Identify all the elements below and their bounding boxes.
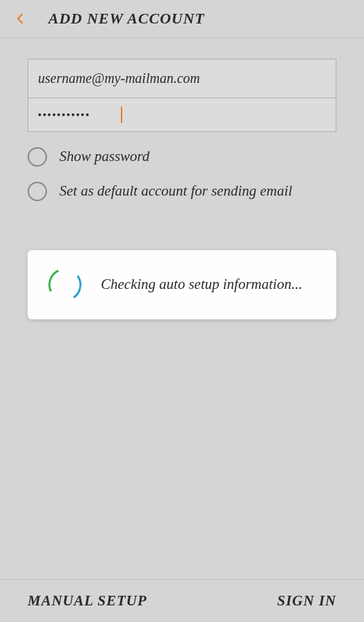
page-title: ADD NEW ACCOUNT bbox=[48, 10, 204, 28]
radio-icon bbox=[28, 182, 47, 201]
back-icon[interactable] bbox=[14, 12, 28, 26]
radio-icon bbox=[28, 147, 47, 167]
credentials-input-group bbox=[28, 59, 336, 132]
show-password-toggle[interactable]: Show password bbox=[28, 146, 336, 168]
default-account-toggle[interactable]: Set as default account for sending email bbox=[28, 180, 336, 202]
loading-message: Checking auto setup information... bbox=[101, 274, 303, 296]
footer-bar: MANUAL SETUP SIGN IN bbox=[0, 579, 364, 622]
header-bar: ADD NEW ACCOUNT bbox=[0, 0, 364, 38]
text-caret bbox=[121, 106, 122, 123]
loading-dialog: Checking auto setup information... bbox=[28, 250, 336, 319]
content-area: Show password Set as default account for… bbox=[0, 38, 364, 340]
email-field[interactable] bbox=[28, 59, 336, 97]
password-wrapper bbox=[28, 98, 336, 131]
spinner-icon bbox=[48, 268, 82, 301]
sign-in-button[interactable]: SIGN IN bbox=[277, 592, 336, 610]
manual-setup-button[interactable]: MANUAL SETUP bbox=[28, 592, 147, 610]
show-password-label: Show password bbox=[59, 146, 150, 168]
password-field[interactable] bbox=[28, 98, 336, 131]
default-account-label: Set as default account for sending email bbox=[59, 180, 292, 202]
